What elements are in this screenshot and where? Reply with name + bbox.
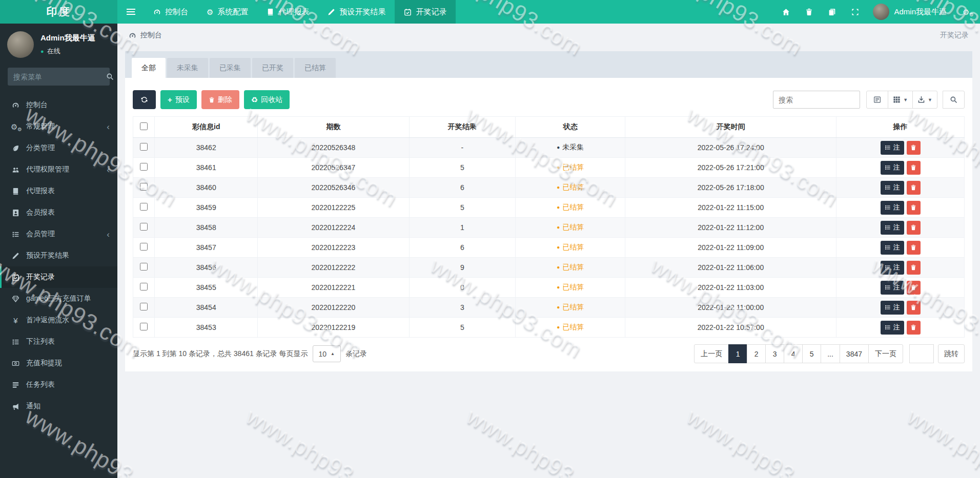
settings-button[interactable]: ⚙⚙ <box>955 0 980 24</box>
row-checkbox[interactable] <box>140 263 148 271</box>
sidebar-item-deposit-withdraw[interactable]: 充值和提现 <box>0 352 117 374</box>
row-delete-button[interactable] <box>907 321 921 335</box>
nav-item-dashboard[interactable]: 控制台 <box>144 0 197 24</box>
select-all-checkbox[interactable] <box>140 122 148 130</box>
row-delete-button[interactable] <box>907 181 921 195</box>
column-header-issue[interactable]: 期数 <box>258 117 409 138</box>
nav-item-draw-records[interactable]: 开奖记录 <box>395 0 456 24</box>
avatar[interactable] <box>7 31 34 58</box>
note-button[interactable]: 注 <box>881 301 904 315</box>
preset-button[interactable]: +预设 <box>160 90 197 109</box>
user-avatar[interactable] <box>873 4 889 20</box>
note-button[interactable]: 注 <box>881 281 904 295</box>
row-checkbox[interactable] <box>140 323 148 330</box>
row-checkbox[interactable] <box>140 243 148 251</box>
tab-not-collected[interactable]: 未采集 <box>167 58 208 78</box>
delete-button[interactable]: 删除 <box>201 90 239 109</box>
nav-item-agent-report[interactable]: 代理报表 <box>257 0 318 24</box>
column-header-time[interactable]: 开奖时间 <box>625 117 836 138</box>
note-button[interactable]: 注 <box>881 261 904 275</box>
sidebar-search-input[interactable] <box>13 73 106 81</box>
per-page-select[interactable]: 10▲ <box>313 345 341 362</box>
page-button-4[interactable]: 4 <box>784 344 803 363</box>
row-delete-button[interactable] <box>907 161 921 175</box>
jump-button[interactable]: 跳转 <box>938 344 965 363</box>
table-search-input[interactable] <box>773 91 860 109</box>
note-button[interactable]: 注 <box>881 241 904 255</box>
row-checkbox[interactable] <box>140 143 148 151</box>
trash-button[interactable] <box>798 0 821 24</box>
tab-collected[interactable]: 已采集 <box>210 58 251 78</box>
row-checkbox[interactable] <box>140 223 148 231</box>
note-button[interactable]: 注 <box>881 221 904 235</box>
tab-all[interactable]: 全部 <box>132 58 166 78</box>
sidebar-item-general-mgmt[interactable]: ⚙⚙常规管理‹ <box>0 116 117 137</box>
tab-settled[interactable]: 已结算 <box>295 58 336 78</box>
column-header-id[interactable]: 彩信息id <box>155 117 258 138</box>
cell-result: 5 <box>409 198 516 218</box>
sidebar-item-bet-list[interactable]: 下注列表 <box>0 331 117 352</box>
prev-page-button[interactable]: 上一页 <box>694 344 729 363</box>
sidebar-item-member-mgmt[interactable]: 会员管理‹ <box>0 223 117 245</box>
note-button[interactable]: 注 <box>881 321 904 335</box>
row-checkbox[interactable] <box>140 283 148 290</box>
sidebar-item-agent-permission[interactable]: 代理权限管理‹ <box>0 159 117 180</box>
row-delete-button[interactable] <box>907 221 921 235</box>
sidebar-item-first-charge-rebate[interactable]: ¥首冲返佣流水 <box>0 309 117 331</box>
row-delete-button[interactable] <box>907 141 921 155</box>
row-checkbox[interactable] <box>140 203 148 211</box>
search-button[interactable] <box>943 91 965 109</box>
column-header-result[interactable]: 开奖结果 <box>409 117 516 138</box>
breadcrumb-label[interactable]: 控制台 <box>140 31 162 40</box>
detail-view-button[interactable] <box>866 91 888 109</box>
sidebar-item-dashboard[interactable]: 控制台 <box>0 94 117 116</box>
recycle-bin-button[interactable]: ♻回收站 <box>244 90 290 109</box>
home-button[interactable] <box>774 0 798 24</box>
sidebar-item-agent-report[interactable]: 代理报表 <box>0 180 117 202</box>
jump-page-input[interactable] <box>909 344 934 363</box>
sidebar-item-preset-results[interactable]: 预设开奖结果 <box>0 245 117 266</box>
brand-logo[interactable]: 印度 <box>0 0 117 24</box>
columns-button[interactable]: ▼ <box>888 91 913 109</box>
note-button[interactable]: 注 <box>881 181 904 195</box>
table-header-row: 彩信息id 期数 开奖结果 状态 开奖时间 操作 <box>133 117 965 138</box>
row-checkbox[interactable] <box>140 303 148 310</box>
row-checkbox[interactable] <box>140 183 148 191</box>
chevron-left-icon: ‹ <box>107 230 110 239</box>
sidebar-item-label: 常规管理 <box>26 122 55 131</box>
next-page-button[interactable]: 下一页 <box>868 344 903 363</box>
tab-drawn[interactable]: 已开奖 <box>252 58 293 78</box>
sidebar-item-draw-records[interactable]: 开奖记录 <box>0 266 117 288</box>
note-button[interactable]: 注 <box>881 141 904 155</box>
sidebar-item-game6-orders[interactable]: game6三方充值订单 <box>0 288 117 309</box>
refresh-button[interactable] <box>133 90 156 109</box>
export-button[interactable]: ▼ <box>912 91 937 109</box>
sidebar-item-notifications[interactable]: 通知 <box>0 396 117 417</box>
sidebar-item-member-report[interactable]: 会员报表 <box>0 202 117 223</box>
fullscreen-button[interactable] <box>844 0 867 24</box>
page-button-3847[interactable]: 3847 <box>840 344 869 363</box>
address-book-icon <box>12 209 19 217</box>
page-button-2[interactable]: 2 <box>747 344 766 363</box>
page-button-5[interactable]: 5 <box>802 344 821 363</box>
row-checkbox[interactable] <box>140 163 148 171</box>
user-name[interactable]: Admin我最牛逼 <box>894 7 947 17</box>
column-header-status[interactable]: 状态 <box>516 117 625 138</box>
sidebar-menu: 控制台 ⚙⚙常规管理‹ 分类管理 代理权限管理‹ 代理报表 会员报表 会员管理‹… <box>0 94 117 417</box>
nav-item-system-config[interactable]: ⚙ 系统配置 <box>197 0 257 24</box>
row-delete-button[interactable] <box>907 241 921 255</box>
note-button[interactable]: 注 <box>881 161 904 175</box>
row-delete-button[interactable] <box>907 201 921 215</box>
sidebar-toggle-button[interactable] <box>117 0 144 24</box>
copy-button[interactable] <box>821 0 844 24</box>
page-button-1[interactable]: 1 <box>728 344 747 363</box>
sidebar-item-task-list[interactable]: 任务列表 <box>0 374 117 396</box>
nav-item-preset-results[interactable]: 预设开奖结果 <box>318 0 395 24</box>
row-delete-button[interactable] <box>907 281 921 295</box>
status-dot-icon: ● <box>557 304 560 310</box>
row-delete-button[interactable] <box>907 301 921 315</box>
page-button-3[interactable]: 3 <box>765 344 784 363</box>
sidebar-item-category-mgmt[interactable]: 分类管理 <box>0 137 117 159</box>
note-button[interactable]: 注 <box>881 201 904 215</box>
row-delete-button[interactable] <box>907 261 921 275</box>
